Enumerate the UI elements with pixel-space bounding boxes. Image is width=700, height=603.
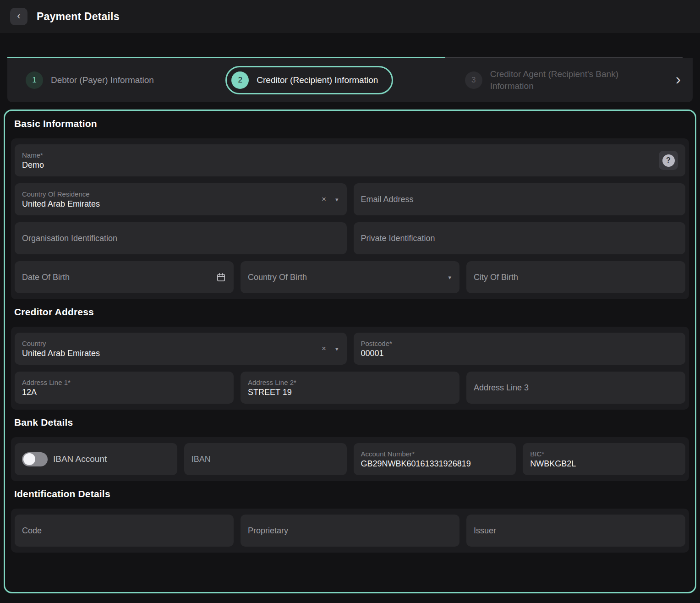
email-address-placeholder: Email Address [361, 195, 414, 204]
city-of-birth-field[interactable]: City Of Birth [466, 261, 685, 293]
date-of-birth-placeholder: Date Of Birth [22, 273, 210, 282]
address-country-value: United Arab Emirates [22, 349, 313, 358]
code-placeholder: Code [22, 526, 42, 536]
identification-details-panel: Code Proprietary Issuer [11, 509, 689, 553]
address-country-select[interactable]: Country United Arab Emirates × ▾ [15, 333, 347, 365]
iban-placeholder: IBAN [191, 455, 211, 464]
name-value: Demo [22, 160, 653, 170]
calendar-icon[interactable] [216, 272, 226, 283]
iban-account-toggle-label: IBAN Account [53, 454, 107, 464]
organisation-identification-field[interactable]: Organisation Identification [15, 222, 347, 254]
private-identification-placeholder: Private Identification [361, 234, 435, 243]
private-identification-field[interactable]: Private Identification [354, 222, 686, 254]
creditor-information-form: Basic Information Name* Demo ? Country O… [4, 110, 696, 593]
stepper-progress-bar [7, 57, 683, 58]
section-title-basic-information: Basic Information [14, 118, 686, 129]
bank-details-panel: IBAN Account IBAN Account Number* GB29NW… [11, 437, 689, 481]
step-creditor-agent-information[interactable]: 3 Creditor Agent (Recipient's Bank) Info… [465, 68, 648, 92]
address-line-1-value: 12A [22, 388, 226, 397]
section-title-identification-details: Identification Details [14, 488, 686, 499]
code-field[interactable]: Code [15, 515, 234, 547]
country-of-residence-select[interactable]: Country Of Residence United Arab Emirate… [15, 183, 347, 215]
step-creditor-information[interactable]: 2 Creditor (Recipient) Information [225, 66, 393, 94]
iban-field[interactable]: IBAN [184, 443, 347, 475]
chevron-down-icon[interactable]: ▾ [334, 196, 339, 203]
name-help-button[interactable]: ? [659, 151, 678, 170]
name-label: Name* [22, 151, 653, 159]
name-field[interactable]: Name* Demo ? [15, 144, 685, 176]
section-title-bank-details: Bank Details [14, 417, 686, 428]
stepper: 1 Debtor (Payer) Information 2 Creditor … [7, 58, 693, 102]
postcode-field[interactable]: Postcode* 00001 [354, 333, 686, 365]
issuer-placeholder: Issuer [474, 526, 496, 536]
step-debtor-information[interactable]: 1 Debtor (Payer) Information [26, 71, 154, 89]
step-1-label: Debtor (Payer) Information [51, 75, 154, 85]
address-line-1-field[interactable]: Address Line 1* 12A [15, 372, 234, 404]
date-of-birth-field[interactable]: Date Of Birth [15, 261, 234, 293]
clear-icon[interactable]: × [319, 344, 329, 353]
bic-label: BIC* [530, 450, 678, 458]
email-address-field[interactable]: Email Address [354, 183, 686, 215]
address-line-2-field[interactable]: Address Line 2* STREET 19 [241, 372, 459, 404]
postcode-label: Postcode* [361, 340, 678, 347]
back-button[interactable]: ‹ [10, 8, 27, 25]
bic-value: NWBKGB2L [530, 459, 678, 469]
organisation-identification-placeholder: Organisation Identification [22, 234, 117, 243]
step-3-label: Creditor Agent (Recipient's Bank) Inform… [490, 68, 648, 92]
basic-information-panel: Name* Demo ? Country Of Residence United… [11, 138, 689, 299]
country-of-birth-select[interactable]: Country Of Birth ▾ [241, 261, 459, 293]
chevron-left-icon: ‹ [17, 11, 20, 21]
country-of-residence-label: Country Of Residence [22, 190, 313, 198]
clear-icon[interactable]: × [319, 195, 329, 204]
address-line-2-label: Address Line 2* [248, 378, 452, 386]
city-of-birth-placeholder: City Of Birth [474, 273, 518, 282]
issuer-field[interactable]: Issuer [466, 515, 685, 547]
address-line-1-label: Address Line 1* [22, 378, 226, 386]
postcode-value: 00001 [361, 349, 678, 358]
chevron-down-icon[interactable]: ▾ [334, 345, 339, 352]
country-of-birth-placeholder: Country Of Birth [248, 273, 442, 282]
toggle-thumb [23, 453, 35, 465]
progress-completed-segment [7, 57, 445, 58]
header: ‹ Payment Details [0, 0, 700, 33]
creditor-address-panel: Country United Arab Emirates × ▾ Postcod… [11, 327, 689, 410]
proprietary-field[interactable]: Proprietary [241, 515, 459, 547]
chevron-down-icon[interactable]: ▾ [447, 274, 452, 281]
iban-account-toggle-field[interactable]: IBAN Account [15, 443, 177, 475]
chevron-right-icon[interactable]: › [676, 71, 681, 89]
country-of-residence-value: United Arab Emirates [22, 199, 313, 209]
step-2-label: Creditor (Recipient) Information [257, 75, 378, 85]
address-country-label: Country [22, 340, 313, 347]
bic-field[interactable]: BIC* NWBKGB2L [523, 443, 685, 475]
address-line-3-placeholder: Address Line 3 [474, 383, 529, 393]
step-3-badge: 3 [465, 71, 482, 89]
address-line-2-value: STREET 19 [248, 388, 452, 397]
step-2-badge: 2 [231, 71, 249, 89]
section-title-creditor-address: Creditor Address [14, 307, 686, 318]
account-number-field[interactable]: Account Number* GB29NWBK60161331926819 [354, 443, 516, 475]
step-1-badge: 1 [26, 71, 43, 89]
account-number-label: Account Number* [361, 450, 509, 458]
address-line-3-field[interactable]: Address Line 3 [466, 372, 685, 404]
question-mark-icon: ? [662, 154, 675, 167]
iban-account-toggle[interactable] [22, 452, 48, 466]
page-title: Payment Details [37, 11, 120, 23]
account-number-value: GB29NWBK60161331926819 [361, 459, 509, 469]
progress-remaining-segment [445, 57, 683, 58]
proprietary-placeholder: Proprietary [248, 526, 288, 536]
